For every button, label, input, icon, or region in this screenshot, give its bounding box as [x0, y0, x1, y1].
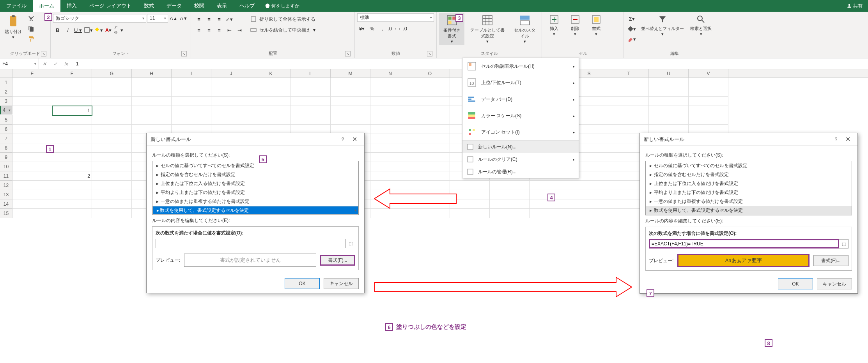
cell-E3[interactable] — [12, 97, 52, 106]
cell-H5[interactable] — [132, 115, 172, 125]
cell-K1[interactable] — [251, 78, 291, 87]
col-header-F[interactable]: F — [52, 69, 92, 78]
range-selector-button[interactable]: ⬚ — [346, 239, 355, 248]
dialog-close-button[interactable]: ✕ — [349, 136, 360, 143]
dialog-help-button[interactable]: ? — [337, 137, 349, 142]
font-size-select[interactable]: 11 — [147, 14, 168, 23]
col-header-U[interactable]: U — [649, 69, 689, 78]
menu-highlight-rules[interactable]: セルの強調表示ルール(H)▸ — [462, 58, 579, 74]
cell-L5[interactable] — [291, 115, 331, 125]
align-bottom-button[interactable]: ≡ — [214, 14, 224, 24]
col-header-M[interactable]: M — [331, 69, 370, 78]
cell-G7[interactable] — [92, 134, 132, 143]
row-header-9[interactable]: 9 — [0, 153, 12, 162]
cell-F8[interactable] — [52, 143, 92, 153]
cell-H2[interactable] — [132, 87, 172, 97]
cell-M3[interactable] — [331, 97, 370, 106]
menu-new-rule[interactable]: 新しいルール(N)... — [462, 141, 579, 153]
cell-J3[interactable] — [211, 97, 251, 106]
clipboard-launcher[interactable]: ↘ — [41, 51, 46, 56]
name-box[interactable]: F4 — [0, 58, 39, 69]
col-header-O[interactable]: O — [410, 69, 450, 78]
rule-type-5[interactable]: 数式を使用して、書式設定するセルを決定 — [646, 206, 852, 215]
rule-type-0[interactable]: セルの値に基づいてすべてのセルを書式設定 — [152, 161, 358, 170]
align-top-button[interactable]: ≡ — [194, 14, 204, 24]
rule-type-2[interactable]: 上位または下位に入る値だけを書式設定 — [646, 179, 852, 188]
fill-button[interactable]: ▾ — [627, 24, 636, 33]
cell-G4[interactable] — [92, 106, 132, 115]
clear-button[interactable]: ▾ — [627, 34, 636, 44]
format-painter-button[interactable] — [27, 34, 36, 44]
cell-F3[interactable] — [52, 97, 92, 106]
cell-O8[interactable] — [410, 143, 450, 153]
cell-L3[interactable] — [291, 97, 331, 106]
cell-O7[interactable] — [410, 134, 450, 143]
dialog-close-button[interactable]: ✕ — [842, 136, 854, 143]
cell-U1[interactable] — [649, 78, 689, 87]
cell-R12[interactable] — [530, 181, 569, 190]
cell-F15[interactable] — [52, 209, 92, 218]
cell-V4[interactable] — [689, 106, 728, 115]
cell-J5[interactable] — [211, 115, 251, 125]
cell-N4[interactable] — [370, 106, 410, 115]
cell-N8[interactable] — [370, 143, 410, 153]
cells-delete-button[interactable]: 削除▾ — [565, 13, 585, 37]
cell-E6[interactable] — [12, 125, 52, 134]
cell-I5[interactable] — [172, 115, 211, 125]
row-header-1[interactable]: 1 — [0, 78, 12, 87]
cell-E4[interactable] — [12, 106, 52, 115]
menu-clear-rules[interactable]: ルールのクリア(C)▸ — [462, 153, 579, 166]
cell-E7[interactable] — [12, 134, 52, 143]
align-left-button[interactable]: ≡ — [194, 25, 204, 35]
cell-N9[interactable] — [370, 153, 410, 162]
underline-button[interactable]: U ▾ — [73, 25, 83, 35]
cell-G6[interactable] — [92, 125, 132, 134]
tab-formulas[interactable]: 数式 — [138, 0, 160, 12]
cell-L1[interactable] — [291, 78, 331, 87]
cell-O2[interactable] — [410, 87, 450, 97]
border-button[interactable]: ▾ — [83, 25, 93, 35]
cell-styles-button[interactable]: セルのスタイル▾ — [510, 13, 539, 45]
cell-H1[interactable] — [132, 78, 172, 87]
cancel-button[interactable]: キャンセル — [324, 278, 359, 289]
cell-M5[interactable] — [331, 115, 370, 125]
row-header-15[interactable]: 15 — [0, 209, 12, 218]
cell-R15[interactable] — [530, 209, 569, 218]
cell-S13[interactable] — [569, 190, 609, 199]
cell-E13[interactable] — [12, 190, 52, 199]
menu-top-bottom-rules[interactable]: 10 上位/下位ルール(T)▸ — [462, 74, 579, 91]
bold-button[interactable]: B — [53, 25, 62, 35]
menu-color-scales[interactable]: カラー スケール(S)▸ — [462, 107, 579, 124]
ok-button[interactable]: OK — [285, 278, 320, 289]
rule-type-4[interactable]: 一意の値または重複する値だけを書式設定 — [152, 197, 358, 206]
copy-button[interactable] — [27, 24, 36, 33]
row-header-11[interactable]: 11 — [0, 171, 12, 181]
cell-O9[interactable] — [410, 153, 450, 162]
tab-insert[interactable]: 挿入 — [60, 0, 83, 12]
cell-J4[interactable] — [211, 106, 251, 115]
cell-K5[interactable] — [251, 115, 291, 125]
cell-E10[interactable] — [12, 162, 52, 171]
orientation-button[interactable]: ⤢▾ — [225, 14, 234, 24]
font-color-button[interactable]: A▾ — [104, 25, 113, 35]
cell-T4[interactable] — [609, 106, 649, 115]
decrease-font-button[interactable]: A▼ — [179, 14, 188, 23]
number-launcher[interactable]: ↘ — [427, 51, 432, 56]
cell-V5[interactable] — [689, 115, 728, 125]
ok-button[interactable]: OK — [778, 278, 813, 289]
cell-U4[interactable] — [649, 106, 689, 115]
cell-E11[interactable] — [12, 171, 52, 181]
cell-N10[interactable] — [370, 162, 410, 171]
cell-G13[interactable] — [92, 190, 132, 199]
cell-G15[interactable] — [92, 209, 132, 218]
cell-N5[interactable] — [370, 115, 410, 125]
cut-button[interactable] — [27, 14, 36, 23]
alignment-launcher[interactable]: ↘ — [345, 51, 351, 56]
rule-type-3[interactable]: 平均より上または下の値だけを書式設定 — [152, 188, 358, 197]
fx-button[interactable]: fx — [61, 58, 72, 69]
cell-F13[interactable] — [52, 190, 92, 199]
cell-E15[interactable] — [12, 209, 52, 218]
share-button[interactable]: 共有 — [841, 0, 868, 12]
align-middle-button[interactable]: ≡ — [204, 14, 214, 24]
row-header-2[interactable]: 2 — [0, 87, 12, 97]
